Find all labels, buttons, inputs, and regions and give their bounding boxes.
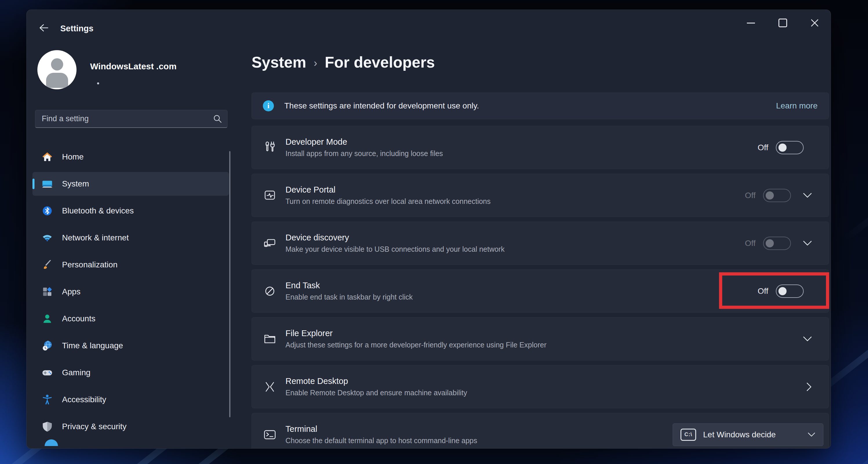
sidebar-item-personalization[interactable]: Personalization: [32, 253, 229, 277]
highlight-box: [719, 272, 829, 309]
row-text: File Explorer Adjust these settings for …: [285, 328, 546, 349]
close-button[interactable]: [799, 10, 831, 36]
row-device-portal: Device Portal Turn on remote diagnostics…: [252, 174, 829, 217]
minimize-icon: [747, 23, 755, 24]
breadcrumb-separator: ›: [314, 55, 317, 69]
sidebar-nav: Home System Bluetooth & devices Networ: [32, 145, 229, 442]
chevron-right-icon[interactable]: [806, 382, 812, 392]
toggle-knob: [766, 239, 774, 248]
breadcrumb: System › For developers: [252, 53, 435, 71]
chevron-down-icon[interactable]: [803, 336, 812, 342]
sidebar-item-accounts[interactable]: Accounts: [32, 307, 229, 330]
paintbrush-icon: [42, 259, 53, 270]
device-portal-toggle: [763, 189, 791, 202]
gamepad-icon: [42, 367, 53, 378]
sidebar-item-system[interactable]: System: [32, 172, 229, 196]
search-box: [35, 110, 227, 128]
toggle-state-label: Off: [757, 143, 768, 152]
desktop: Settings WindowsLatest .com: [0, 0, 868, 464]
wallpaper-streak: [842, 112, 868, 242]
row-description: Turn on remote diagnostics over local ar…: [285, 197, 491, 206]
sidebar-item-label: Time & language: [62, 341, 123, 350]
chevron-down-icon[interactable]: [803, 192, 812, 199]
back-button[interactable]: [36, 22, 51, 34]
row-text: Device discovery Make your device visibl…: [285, 233, 504, 254]
chevron-down-icon[interactable]: [803, 240, 812, 246]
account-subtitle-dot: [97, 82, 99, 84]
settings-window: Settings WindowsLatest .com: [26, 9, 831, 448]
sidebar-item-label: Accounts: [62, 314, 95, 323]
sidebar-item-label: Network & internet: [62, 233, 129, 242]
row-file-explorer: File Explorer Adjust these settings for …: [252, 317, 829, 360]
banner-text: These settings are intended for developm…: [284, 101, 479, 111]
row-text: Remote Desktop Enable Remote Desktop and…: [285, 376, 467, 397]
info-banner: i These settings are intended for develo…: [252, 92, 829, 119]
sidebar-item-label: Personalization: [62, 260, 117, 269]
row-description: Adjust these settings for a more develop…: [285, 341, 546, 349]
dropdown-selected-value: Let Windows decide: [703, 430, 776, 439]
info-icon: i: [263, 100, 274, 111]
row-title: Device Portal: [285, 185, 491, 195]
row-terminal: Terminal Choose the default terminal app…: [252, 413, 829, 448]
sidebar-item-bluetooth-devices[interactable]: Bluetooth & devices: [32, 199, 229, 223]
sidebar-item-time-language[interactable]: Time & language: [32, 334, 229, 357]
sidebar-item-label: Privacy & security: [62, 422, 127, 431]
developer-mode-toggle[interactable]: [776, 141, 804, 154]
sidebar-item-label: Apps: [62, 287, 81, 296]
row-description: Make your device visible to USB connecti…: [285, 245, 504, 254]
tools-icon: [262, 140, 277, 155]
row-controls: Off: [745, 189, 829, 202]
device-discovery-icon: [262, 236, 277, 251]
sidebar-item-accessibility[interactable]: Accessibility: [32, 388, 229, 411]
sidebar-item-label: Gaming: [62, 368, 90, 377]
row-description: Enable Remote Desktop and ensure machine…: [285, 388, 467, 397]
toggle-knob: [766, 192, 774, 200]
sidebar-item-apps[interactable]: Apps: [32, 280, 229, 303]
device-discovery-toggle: [763, 237, 791, 250]
maximize-icon: [778, 19, 787, 27]
shield-icon: [42, 421, 53, 432]
globe-clock-icon: [42, 340, 53, 351]
row-text: Device Portal Turn on remote diagnostics…: [285, 185, 491, 206]
row-title: Developer Mode: [285, 137, 443, 147]
avatar-person-icon: [46, 73, 68, 88]
back-arrow-icon: [38, 23, 49, 32]
row-title: Device discovery: [285, 233, 504, 242]
row-text: Terminal Choose the default terminal app…: [285, 424, 477, 445]
row-device-discovery: Device discovery Make your device visibl…: [252, 222, 829, 265]
system-icon: [42, 178, 53, 190]
close-icon: [811, 19, 819, 27]
wallpaper-streak: [829, 312, 868, 464]
sidebar-item-network-internet[interactable]: Network & internet: [32, 226, 229, 250]
row-title: File Explorer: [285, 328, 546, 338]
terminal-default-dropdown[interactable]: C:\ Let Windows decide: [673, 424, 824, 446]
person-icon: [42, 313, 53, 324]
device-portal-icon: [262, 188, 277, 203]
row-title: Terminal: [285, 424, 477, 434]
chevron-down-icon: [807, 432, 815, 437]
sidebar-scrollbar[interactable]: [229, 151, 230, 417]
toggle-state-label: Off: [745, 239, 755, 248]
minimize-button[interactable]: [735, 10, 767, 36]
account-avatar[interactable]: [37, 50, 76, 89]
row-text: End Task Enable end task in taskbar by r…: [285, 281, 413, 301]
apps-icon: [42, 286, 53, 297]
avatar-person-icon: [51, 58, 63, 70]
row-description: Choose the default terminal app to host …: [285, 436, 477, 445]
learn-more-link[interactable]: Learn more: [776, 101, 817, 111]
remote-desktop-icon: [262, 379, 277, 395]
row-controls: Off: [757, 141, 829, 154]
sidebar-item-label: System: [62, 179, 89, 188]
breadcrumb-parent[interactable]: System: [252, 53, 306, 71]
sidebar-item-label: Home: [62, 152, 84, 162]
row-controls: [799, 336, 829, 342]
sidebar-item-home[interactable]: Home: [32, 145, 229, 169]
block-icon: [262, 284, 277, 299]
search-input[interactable]: [35, 110, 227, 127]
row-remote-desktop: Remote Desktop Enable Remote Desktop and…: [252, 365, 829, 408]
sidebar-item-gaming[interactable]: Gaming: [32, 361, 229, 384]
command-prompt-icon: C:\: [681, 429, 696, 441]
maximize-button[interactable]: [767, 10, 799, 36]
sidebar-item-privacy-security[interactable]: Privacy & security: [32, 415, 229, 438]
search-icon: [213, 114, 223, 124]
